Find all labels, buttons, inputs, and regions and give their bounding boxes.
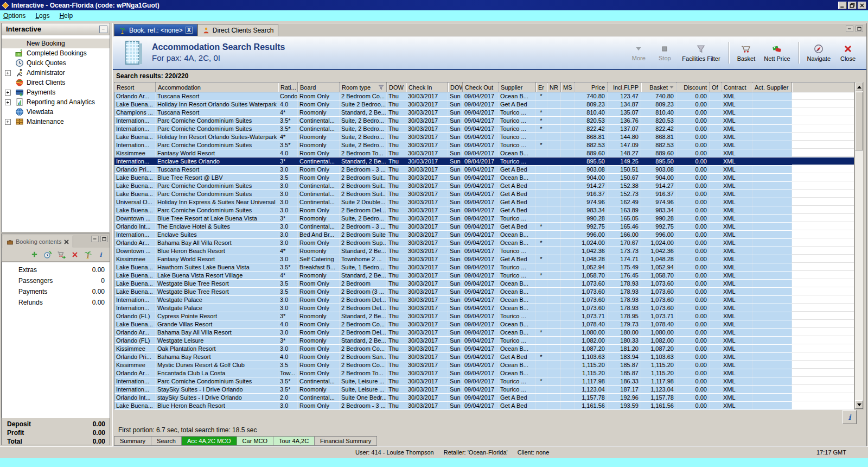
close-button[interactable]: Close [836,40,860,65]
column-header-room-type[interactable]: Room type [340,83,387,92]
table-row[interactable]: Internation...StaySky Suites - I Drive O… [114,386,854,394]
table-row[interactable]: Lake Buena...Parc Corniche Condominium S… [114,182,854,190]
column-header-check-out[interactable]: Check Out [463,83,499,92]
table-row[interactable]: Orlando Ar...Encantada Club La CostaTow.… [114,369,854,377]
column-header-check-in[interactable]: Check In [406,83,448,92]
sidebar-item-maintenance[interactable]: Maintenance [2,117,110,127]
close-tab-icon[interactable] [63,239,69,245]
sidebar-item-direct-clients[interactable]: Direct Clients [2,78,110,87]
table-row[interactable]: Orlando Int...The Enclave Hotel & Suites… [114,223,854,231]
tab-direct-clients-search[interactable]: Direct Clients Search [197,24,279,36]
sidebar-collapse-button[interactable]: − [99,26,107,33]
column-header-discount[interactable]: Discount [676,83,710,92]
table-row[interactable]: Orlando (FL)Cypress Pointe Resort3*Roomo… [114,312,854,320]
table-row[interactable]: Lake Buena...Westgate Blue Tree Resort3.… [114,288,854,296]
column-filter-icon[interactable] [378,84,384,90]
info-button[interactable] [843,410,857,424]
bottom-tab-acc-4a-2c-mco[interactable]: Acc 4A,2C MCO [182,436,237,446]
menu-logs[interactable]: Logs [35,12,49,20]
table-row[interactable]: Orlando Int...staySky Suites - I Drive O… [114,394,854,402]
bottom-tab-summary[interactable]: Summary [114,436,151,446]
table-row[interactable]: Orlando Ar...Tuscana ResortCondoRoom Onl… [114,92,854,100]
bottom-tab-tour-4a-2c[interactable]: Tour 4A,2C [273,436,315,446]
panel-minimize-button[interactable] [91,236,99,242]
table-row[interactable]: Internation...Westgate Palace3.0Room Onl… [114,296,854,304]
column-header-incl-fl-pp[interactable]: Incl.Fl.PP [608,83,641,92]
info-icon[interactable] [97,251,104,258]
column-header-resort[interactable]: Resort [114,83,156,92]
table-row[interactable]: Downtown ...Blue Heron Beach Resort4*Roo… [114,247,854,255]
column-header-price[interactable]: Price [575,83,608,92]
vertical-scrollbar[interactable] [854,82,864,409]
sidebar-item-reporting-and-analytics[interactable]: Reporting and Analytics [2,97,110,107]
menu-options[interactable]: Options [3,12,25,20]
table-row[interactable]: Downtown ...Blue Tree Resort at Lake Bue… [114,214,854,223]
booking-row-payments[interactable]: Payments0.00 [2,286,109,297]
bottom-tab-financial-summary[interactable]: Financial Summary [315,436,377,446]
table-row[interactable]: Orlando (FL)Westgate Leisure3*RoomonlySt… [114,337,854,345]
table-row[interactable]: Orlando Pri...Tuscana Resort3.0Room Only… [114,166,854,174]
table-row[interactable]: KissimmeeFantasy World Resort4.0Room Onl… [114,149,854,157]
sidebar-item-administrator[interactable]: Administrator [2,68,110,78]
column-header-board[interactable]: Board [298,83,340,92]
table-row[interactable]: KissimmeeOak Plantation Resort3.0Room On… [114,345,854,353]
table-row[interactable]: Orlando Ar...Bahama Bay All Villa Resort… [114,239,854,247]
column-header-dow[interactable]: DOW [448,83,463,92]
table-row[interactable]: Universal O...Holiday Inn Express & Suit… [114,198,854,206]
column-header-act-supplier[interactable]: Act. Supplier [752,83,792,92]
sidebar-item-viewdata[interactable]: Viewdata [2,107,110,117]
table-row[interactable]: Lake Buena...Holiday Inn Resort Orlando … [114,100,854,109]
column-header-dow[interactable]: DOW [387,83,406,92]
panel-maximize-button[interactable] [856,26,863,32]
table-row[interactable]: Lake Buena...Lake Buena Vista Resort Vil… [114,272,854,280]
cart-transfer-icon[interactable] [57,250,66,259]
facilities-filter-button[interactable]: Facilities Filter [679,40,723,65]
column-header-accommodation[interactable]: Accommodation [156,83,278,92]
scroll-down-button[interactable] [855,400,863,409]
table-row[interactable]: KissimmeeFantasy World Resort3.0Self Cat… [114,255,854,263]
nett-price-button[interactable]: Nett Price [761,40,793,65]
palm-tree-icon[interactable] [84,250,92,259]
add-item-icon[interactable] [30,250,39,258]
table-row[interactable]: Internation...Parc Corniche Condominium … [114,117,854,125]
booking-row-refunds[interactable]: Refunds0.00 [2,297,109,308]
restore-button[interactable] [848,2,857,9]
column-header-supplier[interactable]: Supplier [499,83,536,92]
table-row[interactable]: Lake Buena...Parc Corniche Condominium S… [114,190,854,198]
table-row[interactable]: Internation...Enclave Suites3.0Bed And B… [114,231,854,239]
delete-item-icon[interactable] [71,251,79,258]
column-header-er[interactable]: Er [536,83,547,92]
table-row[interactable]: Lake Buena...Hawthorn Suites Lake Buena … [114,263,854,272]
tab-booking-ref[interactable]: Book. ref.: <none> X [114,24,197,36]
menu-help[interactable]: Help [59,12,73,20]
table-row[interactable]: Lake Buena...Blue Tree Resort @ LBV3.5Ro… [114,174,854,182]
table-row[interactable]: Internation...Parc Corniche Condominium … [114,141,854,149]
expand-plus-icon[interactable] [5,90,11,96]
scroll-up-button[interactable] [855,83,863,91]
bottom-tab-car-mco[interactable]: Car MCO [237,436,273,446]
table-row[interactable]: Lake Buena...Holiday Inn Resort Orlando … [114,133,854,141]
column-header-of[interactable]: Of [710,83,722,92]
table-row[interactable]: Lake Buena...Parc Corniche Condominium S… [114,206,854,214]
table-row[interactable]: Lake Buena...Grande Villas Resort4.0Room… [114,320,854,329]
refresh-quote-icon[interactable] [43,250,52,259]
table-row[interactable]: Internation...Westgate Palace3.0Room Onl… [114,304,854,312]
sidebar-item-completed-bookings[interactable]: Completed Bookings [2,48,110,58]
booking-contents-tab[interactable]: Booking contents [3,236,73,248]
table-row[interactable]: Lake Buena...Blue Heron Beach Resort3.0R… [114,402,854,410]
column-header-ms[interactable]: MS [561,83,575,92]
minimize-button[interactable] [838,2,847,9]
sidebar-item-quick-quotes[interactable]: Quick Quotes [2,58,110,68]
tab-close-icon[interactable]: X [186,27,193,34]
panel-minimize-button[interactable] [846,26,853,32]
expand-plus-icon[interactable] [5,70,11,76]
table-row[interactable]: Internation...Enclave Suites Orlando3*Co… [114,157,854,166]
column-header-basket[interactable]: Basket [641,83,676,92]
table-row[interactable]: Internation...Parc Corniche Condominium … [114,125,854,133]
booking-row-extras[interactable]: Extras0.00 [2,264,109,275]
table-row[interactable]: Champions ...Tuscana Resort4*RoomonlySta… [114,109,854,117]
column-header-contract[interactable]: Contract [722,83,752,92]
table-row[interactable]: Orlando Ar...Bahama Bay All Villa Resort… [114,329,854,337]
bottom-tab-search[interactable]: Search [151,436,182,446]
table-row[interactable]: Lake Buena...Westgate Blue Tree Resort3.… [114,280,854,288]
